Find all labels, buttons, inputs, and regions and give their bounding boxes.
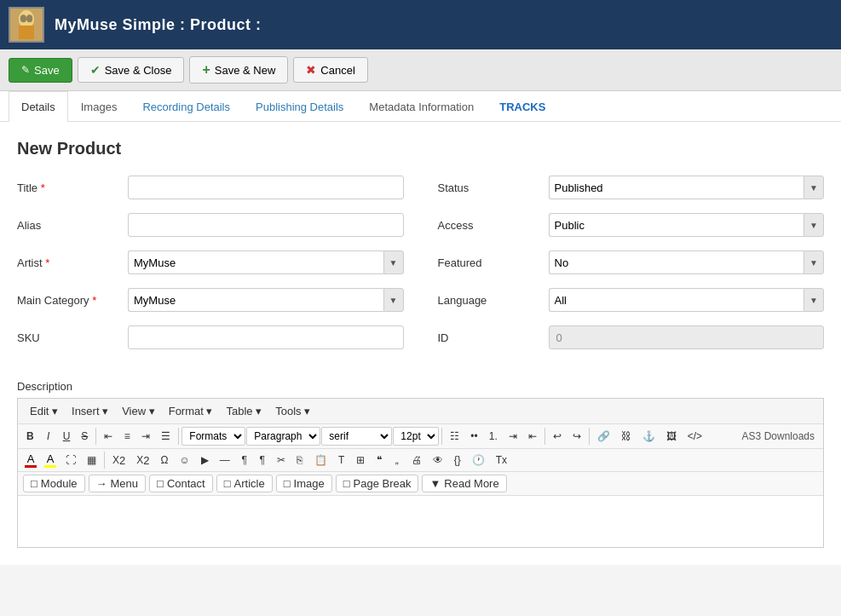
bold-button[interactable]: B: [21, 427, 39, 446]
artist-select-btn[interactable]: ▼: [383, 250, 404, 274]
cancel-button[interactable]: ✖ Cancel: [293, 57, 367, 83]
menu-insert-button[interactable]: → Menu: [89, 475, 147, 492]
table-insert-button[interactable]: ▦: [82, 451, 101, 469]
access-select-btn[interactable]: ▼: [804, 213, 824, 237]
size-select[interactable]: 12pt 10pt 14pt: [393, 427, 439, 446]
status-select-btn[interactable]: ▼: [804, 176, 824, 199]
sku-input[interactable]: [128, 325, 404, 349]
strikethrough-button[interactable]: S: [76, 427, 93, 446]
outdent-button[interactable]: ⇤: [523, 427, 542, 446]
tab-images[interactable]: Images: [68, 91, 130, 122]
save-close-button[interactable]: ✔ Save & Close: [78, 57, 185, 83]
status-select[interactable]: Published Unpublished: [549, 176, 804, 199]
as3-label: AS3 Downloads: [737, 429, 820, 444]
tab-publishing-details[interactable]: Publishing Details: [243, 91, 356, 122]
access-select[interactable]: Public Registered: [549, 213, 804, 237]
special-chars-button[interactable]: Ω: [156, 451, 174, 469]
language-select-btn[interactable]: ▼: [804, 288, 824, 312]
cut-button[interactable]: ✂: [272, 451, 291, 469]
editor-menu-tools[interactable]: Tools ▾: [268, 402, 317, 420]
unlink-button[interactable]: ⛓: [616, 427, 637, 446]
featured-select[interactable]: No Yes: [549, 250, 804, 274]
align-justify-button[interactable]: ☰: [156, 427, 176, 446]
read-more-button[interactable]: ▼ Read More: [422, 475, 506, 492]
link-button[interactable]: 🔗: [592, 427, 615, 446]
preview-button[interactable]: 👁: [428, 451, 448, 469]
artist-select[interactable]: MyMuse: [128, 250, 383, 274]
page-title: New Product: [17, 139, 824, 158]
svg-point-3: [20, 14, 26, 22]
save-button[interactable]: ✎ Save: [9, 58, 72, 83]
wordcount-button[interactable]: ☷: [445, 427, 464, 446]
alias-input[interactable]: [128, 213, 404, 237]
title-row: Title *: [17, 176, 404, 199]
quote-open-button[interactable]: „: [389, 451, 406, 469]
module-icon: □: [31, 477, 37, 490]
module-insert-button[interactable]: □ Module: [23, 475, 85, 492]
clear-format-button[interactable]: Tx: [491, 451, 512, 469]
tab-recording-details[interactable]: Recording Details: [130, 91, 243, 122]
font-color-button[interactable]: A: [21, 451, 40, 469]
access-label: Access: [438, 219, 549, 232]
anchor-button[interactable]: ⚓: [637, 427, 660, 446]
article-icon: □: [224, 477, 231, 490]
title-input[interactable]: [128, 176, 404, 199]
article-insert-button[interactable]: □ Article: [216, 475, 273, 492]
italic-button[interactable]: I: [40, 427, 57, 446]
featured-select-btn[interactable]: ▼: [804, 250, 824, 274]
language-select[interactable]: All: [549, 288, 804, 312]
read-more-icon: ▼: [429, 477, 441, 490]
underline-button[interactable]: U: [58, 427, 76, 446]
paste-text-button[interactable]: T: [333, 451, 350, 469]
editor-menu-view[interactable]: View ▾: [115, 402, 162, 420]
page-break-button[interactable]: □ Page Break: [336, 475, 419, 492]
save-new-button[interactable]: + Save & New: [189, 56, 288, 83]
formats-select[interactable]: Formats: [181, 427, 245, 446]
main-category-select-btn[interactable]: ▼: [383, 288, 404, 312]
indent-button[interactable]: ⇥: [504, 427, 522, 446]
editor-menu-edit[interactable]: Edit ▾: [23, 402, 65, 420]
font-select[interactable]: serif sans-serif: [321, 427, 392, 446]
contact-icon: □: [157, 477, 164, 490]
datetime-button[interactable]: 🕐: [467, 451, 490, 469]
pagebreak2-button[interactable]: ¶: [236, 451, 253, 469]
align-right-button[interactable]: ⇥: [136, 427, 155, 446]
sku-row: SKU: [17, 325, 404, 349]
status-label: Status: [438, 181, 549, 194]
numbered-button[interactable]: 1.: [484, 427, 503, 446]
editor-menu-format[interactable]: Format ▾: [162, 402, 220, 420]
hr-button[interactable]: —: [215, 451, 235, 469]
code-editor-button[interactable]: {}: [449, 451, 466, 469]
redo-button[interactable]: ↪: [567, 427, 586, 446]
emoji-button[interactable]: ☺: [174, 451, 194, 469]
editor-menu-table[interactable]: Table ▾: [220, 402, 269, 420]
select-all-button[interactable]: ⊞: [351, 451, 370, 469]
align-left-button[interactable]: ⇤: [99, 427, 118, 446]
fullscreen-button[interactable]: ⛶: [60, 451, 81, 469]
copy-button[interactable]: ⎘: [291, 451, 308, 469]
blockquote-button[interactable]: ❝: [371, 451, 388, 469]
nonbreak-button[interactable]: ¶: [254, 451, 271, 469]
print-button[interactable]: 🖨: [406, 451, 427, 469]
tab-details[interactable]: Details: [9, 91, 68, 122]
image-insert-button[interactable]: □ Image: [276, 475, 332, 492]
image-button[interactable]: 🖼: [661, 427, 682, 446]
bullets-button[interactable]: ••: [465, 427, 482, 446]
contact-insert-button[interactable]: □ Contact: [149, 475, 213, 492]
code-button[interactable]: </>: [683, 427, 707, 446]
main-category-select[interactable]: MyMuse: [128, 288, 383, 312]
artist-row: Artist * MyMuse ▼: [17, 250, 404, 274]
editor-body[interactable]: [18, 496, 823, 547]
subscript-button[interactable]: X2: [107, 451, 130, 469]
paragraph-select[interactable]: Paragraph Heading 1 Heading 2: [246, 427, 320, 446]
paste-button[interactable]: 📋: [309, 451, 332, 469]
bg-color-button[interactable]: A: [41, 451, 60, 469]
align-center-button[interactable]: ≡: [118, 427, 135, 446]
superscript-button[interactable]: X2: [131, 451, 154, 469]
undo-button[interactable]: ↩: [548, 427, 567, 446]
tab-metadata-information[interactable]: Metadata Information: [356, 91, 487, 122]
media-button[interactable]: ▶: [196, 451, 214, 469]
tab-tracks[interactable]: TRACKS: [487, 91, 558, 122]
editor-menu-insert[interactable]: Insert ▾: [65, 402, 115, 420]
editor-insert-bar: □ Module → Menu □ Contact □ Article □ Im…: [18, 472, 823, 496]
